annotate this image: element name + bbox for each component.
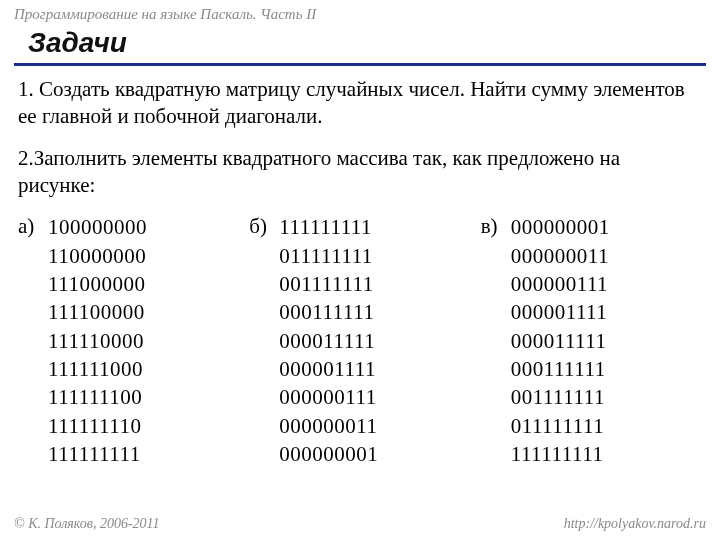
matrix-row: 000001111: [279, 355, 470, 383]
matrix-row: 000000111: [511, 270, 702, 298]
matrix-row: 000011111: [511, 327, 702, 355]
matrix-row: 111111111: [48, 440, 239, 468]
content: 1. Создать квадратную матрицу случайных …: [0, 76, 720, 468]
footer-url: http://kpolyakov.narod.ru: [564, 516, 706, 532]
task-1: 1. Создать квадратную матрицу случайных …: [18, 76, 702, 131]
matrix-row: 000000001: [279, 440, 470, 468]
matrix-c-label: в): [481, 213, 511, 241]
course-title: Программирование на языке Паскаль. Часть…: [14, 6, 316, 22]
matrix-row: 000111111: [279, 298, 470, 326]
matrix-b: б) 111111111 011111111 001111111 0001111…: [249, 213, 470, 468]
footer-copyright: © К. Поляков, 2006-2011: [14, 516, 160, 532]
matrix-row: 000000111: [279, 383, 470, 411]
matrix-b-label: б): [249, 213, 279, 241]
matrix-row: 111111100: [48, 383, 239, 411]
page-title: Задачи: [28, 27, 706, 63]
matrix-row: 111111111: [279, 213, 372, 241]
title-rule: [14, 63, 706, 66]
matrix-row: 111100000: [48, 298, 239, 326]
matrix-row: 111111111: [511, 440, 702, 468]
matrix-row: 000000011: [279, 412, 470, 440]
footer: © К. Поляков, 2006-2011 http://kpolyakov…: [0, 510, 720, 540]
matrix-row: 000000001: [511, 213, 610, 241]
task-2: 2.Заполнить элементы квадратного массива…: [18, 145, 702, 200]
matrix-row: 000111111: [511, 355, 702, 383]
matrix-row: 000011111: [279, 327, 470, 355]
matrix-row: 111111000: [48, 355, 239, 383]
matrix-row: 000000011: [511, 242, 702, 270]
matrix-c: в) 000000001 000000011 000000111 0000011…: [481, 213, 702, 468]
title-block: Задачи: [0, 25, 720, 63]
matrix-row: 011111111: [279, 242, 470, 270]
matrix-row: 001111111: [511, 383, 702, 411]
matrix-row: 111111110: [48, 412, 239, 440]
matrices: а) 100000000 110000000 111000000 1111000…: [18, 213, 702, 468]
matrix-row: 110000000: [48, 242, 239, 270]
matrix-row: 100000000: [48, 213, 147, 241]
matrix-row: 000001111: [511, 298, 702, 326]
matrix-row: 001111111: [279, 270, 470, 298]
matrix-row: 111000000: [48, 270, 239, 298]
matrix-row: 111110000: [48, 327, 239, 355]
matrix-a: а) 100000000 110000000 111000000 1111000…: [18, 213, 239, 468]
matrix-a-label: а): [18, 213, 48, 241]
course-header: Программирование на языке Паскаль. Часть…: [0, 0, 720, 25]
matrix-row: 011111111: [511, 412, 702, 440]
